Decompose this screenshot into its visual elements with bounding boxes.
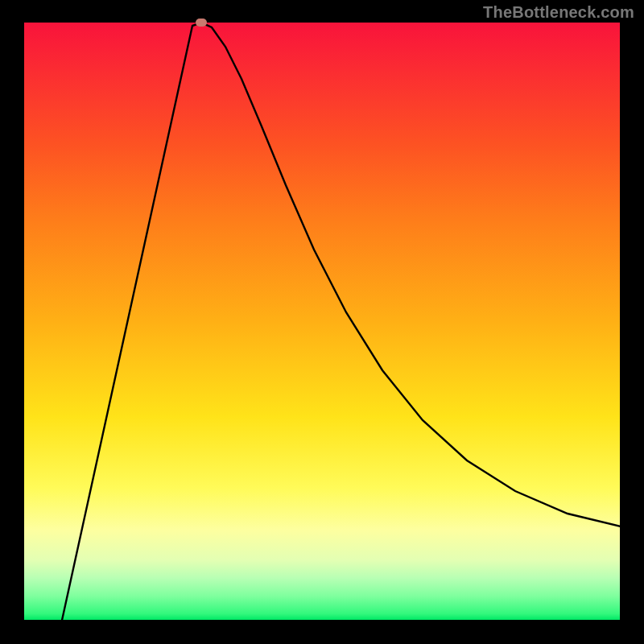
chart-frame: TheBottleneck.com xyxy=(0,0,644,644)
plot-area xyxy=(24,23,620,620)
curve-svg xyxy=(24,23,620,620)
min-marker xyxy=(196,19,207,27)
watermark-text: TheBottleneck.com xyxy=(483,3,634,22)
bottleneck-curve xyxy=(61,23,620,620)
